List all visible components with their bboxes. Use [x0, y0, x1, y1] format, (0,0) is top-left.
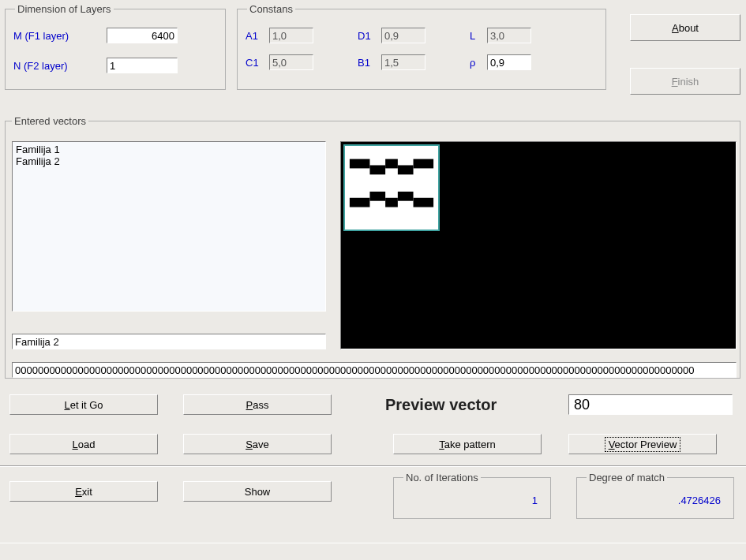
m-input[interactable]	[107, 28, 178, 43]
vectors-listbox[interactable]: Familija 1 Familija 2	[12, 141, 326, 312]
load-button[interactable]: Load	[9, 434, 158, 454]
constants-fieldset: Constans A1 D1 L C1 B1 ρ	[237, 3, 606, 90]
let-it-go-button[interactable]: Let it Go	[9, 394, 158, 415]
exit-button[interactable]: Exit	[9, 481, 158, 502]
entered-vectors-legend: Entered vectors	[12, 115, 88, 127]
about-button[interactable]: About	[630, 14, 740, 41]
pattern-image	[345, 146, 438, 230]
match-legend: Degree of match	[587, 472, 667, 483]
about-mnemonic: A	[672, 22, 679, 34]
selected-vector-input[interactable]	[12, 334, 326, 349]
match-value: .4726426	[585, 490, 725, 506]
dimension-legend: Dimension of Layers	[15, 3, 114, 15]
match-fieldset: Degree of match .4726426	[576, 472, 734, 519]
finish-mnemonic: F	[672, 76, 678, 88]
preview-area	[340, 141, 737, 349]
l-input	[487, 28, 531, 43]
rho-label: ρ	[470, 57, 487, 69]
c1-label: C1	[246, 57, 269, 69]
c1-input	[269, 54, 313, 70]
svg-rect-6	[350, 198, 370, 207]
list-item[interactable]: Familija 1	[16, 144, 322, 155]
preview-vector-input[interactable]	[568, 394, 733, 415]
status-bar	[0, 543, 746, 560]
svg-rect-4	[398, 165, 414, 174]
iterations-legend: No. of Iterations	[403, 472, 481, 483]
show-button[interactable]: Show	[183, 481, 332, 502]
svg-rect-8	[385, 198, 398, 207]
finish-post: inish	[678, 76, 699, 88]
iterations-value: 1	[402, 490, 542, 506]
pattern-thumbnail	[343, 144, 440, 231]
svg-rect-0	[345, 147, 438, 229]
svg-rect-1	[350, 159, 370, 169]
entered-vectors-fieldset: Entered vectors Familija 1 Familija 2	[5, 115, 740, 379]
pass-button[interactable]: Pass	[183, 394, 332, 415]
separator	[0, 465, 746, 467]
iterations-fieldset: No. of Iterations 1	[393, 472, 551, 519]
list-item[interactable]: Familija 2	[16, 155, 322, 167]
dimension-fieldset: Dimension of Layers M (F1 layer) N (F2 l…	[5, 3, 226, 90]
svg-rect-5	[414, 159, 434, 169]
take-pattern-button[interactable]: Take pattern	[393, 434, 542, 454]
n-label: N (F2 layer)	[13, 60, 100, 72]
b1-input	[381, 54, 425, 70]
vector-preview-button[interactable]: Vector Preview	[568, 434, 717, 454]
l-label: L	[470, 30, 487, 42]
long-vector-input[interactable]	[12, 362, 737, 378]
svg-rect-7	[369, 192, 385, 201]
preview-vector-label: Preview vector	[385, 396, 497, 414]
m-label: M (F1 layer)	[13, 30, 100, 42]
a1-label: A1	[246, 30, 269, 42]
constants-legend: Constans	[247, 3, 295, 15]
d1-label: D1	[358, 30, 381, 42]
about-post: bout	[679, 22, 699, 34]
b1-label: B1	[358, 57, 381, 69]
svg-rect-2	[369, 165, 385, 174]
svg-rect-9	[398, 192, 414, 201]
svg-rect-10	[414, 198, 434, 207]
n-input[interactable]	[107, 58, 178, 73]
finish-button[interactable]: Finish	[630, 68, 740, 95]
d1-input	[381, 28, 425, 43]
save-button[interactable]: Save	[183, 434, 332, 454]
svg-rect-3	[385, 159, 398, 169]
a1-input	[269, 28, 313, 43]
rho-input[interactable]	[487, 54, 531, 70]
